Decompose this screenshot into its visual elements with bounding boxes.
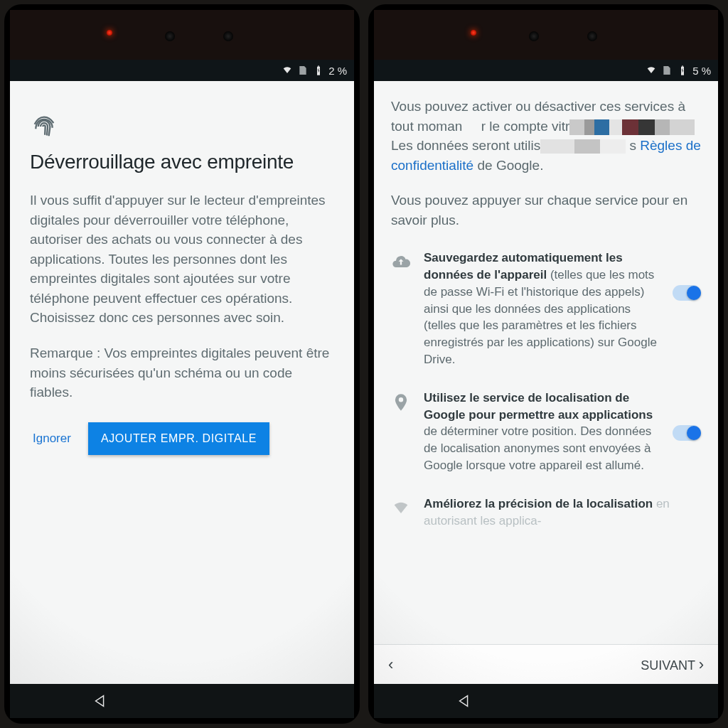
- front-camera: [165, 31, 175, 41]
- back-button[interactable]: ‹: [388, 655, 393, 674]
- button-row: Ignorer AJOUTER EMPR. DIGITALE: [30, 418, 334, 462]
- battery-charging-icon: [313, 65, 324, 76]
- remark-paragraph: Remarque : Vos empreintes digitales peuv…: [30, 343, 334, 402]
- next-button[interactable]: SUIVANT ›: [641, 655, 704, 674]
- location-pin-icon: [391, 392, 411, 415]
- sim-icon: [297, 65, 309, 76]
- sim-icon: [661, 65, 673, 76]
- phone-left: 2 % Déverrouillage avec empreinte Il vou…: [4, 4, 360, 724]
- battery-percent: 5 %: [692, 65, 711, 77]
- wifi-dim-icon: [391, 498, 411, 521]
- screen: Déverrouillage avec empreinte Il vous su…: [10, 81, 354, 684]
- services-list: Sauvegardez automatiquement les données …: [391, 250, 701, 529]
- android-navbar: [10, 684, 354, 718]
- redacted-text: [540, 139, 626, 154]
- redacted-email: [569, 119, 695, 135]
- battery-charging-icon: [677, 65, 688, 76]
- footer-bar: ‹ SUIVANT ›: [374, 644, 718, 684]
- screen: Vous pouvez activer ou désactiver ces se…: [374, 81, 718, 684]
- front-camera: [529, 31, 539, 41]
- fingerprint-icon: [30, 112, 334, 144]
- status-bar: 2 %: [10, 60, 354, 81]
- battery-percent: 2 %: [328, 65, 347, 77]
- service-location-text: Utilisez le service de localisation de G…: [424, 390, 660, 474]
- service-location-accuracy[interactable]: Améliorez la précision de la localisatio…: [391, 496, 701, 530]
- phone-right: 5 % Vous pouvez activer ou désactiver ce…: [368, 4, 724, 724]
- cloud-upload-icon: [391, 252, 411, 275]
- bezel-top: [10, 10, 354, 60]
- sensor: [223, 31, 233, 41]
- wifi-icon: [282, 65, 293, 76]
- skip-button[interactable]: Ignorer: [33, 432, 71, 446]
- page-title: Déverrouillage avec empreinte: [30, 151, 334, 173]
- service-backup[interactable]: Sauvegardez automatiquement les données …: [391, 250, 701, 368]
- service-backup-switch[interactable]: [673, 285, 701, 301]
- android-navbar: [374, 684, 718, 718]
- service-accuracy-text: Améliorez la précision de la localisatio…: [424, 496, 701, 530]
- services-intro: Vous pouvez activer ou désactiver ces se…: [391, 97, 701, 175]
- add-fingerprint-button[interactable]: AJOUTER EMPR. DIGITALE: [88, 422, 269, 455]
- tap-hint: Vous pouvez appuyer sur chaque service p…: [391, 191, 701, 230]
- status-bar: 5 %: [374, 60, 718, 81]
- service-location[interactable]: Utilisez le service de localisation de G…: [391, 390, 701, 474]
- back-nav-icon[interactable]: [456, 693, 472, 709]
- notification-led: [471, 30, 476, 36]
- service-location-switch[interactable]: [673, 425, 701, 441]
- body-paragraph: Il vous suffit d'appuyer sur le lecteur …: [30, 191, 334, 328]
- wifi-icon: [646, 65, 657, 76]
- service-backup-text: Sauvegardez automatiquement les données …: [424, 250, 660, 368]
- notification-led: [107, 30, 112, 36]
- back-nav-icon[interactable]: [92, 693, 108, 709]
- bezel-top: [374, 10, 718, 60]
- sensor: [587, 31, 597, 41]
